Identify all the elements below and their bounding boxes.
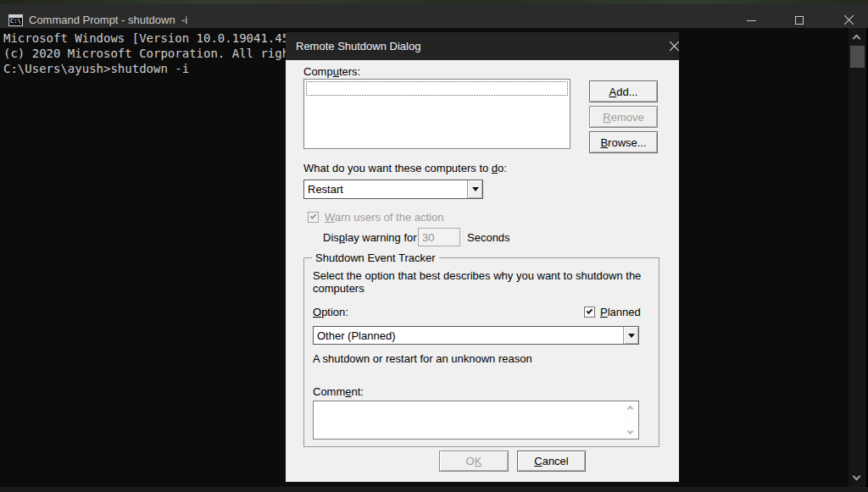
combo-dropdown-button[interactable] <box>467 180 482 198</box>
checkmark-icon <box>587 307 593 314</box>
scroll-up-icon[interactable] <box>627 406 633 412</box>
close-icon <box>669 41 680 52</box>
dialog-title: Remote Shutdown Dialog <box>296 32 420 60</box>
scroll-down-icon[interactable] <box>627 428 633 434</box>
chevron-down-icon <box>472 187 479 191</box>
scroll-down-icon[interactable] <box>853 473 861 481</box>
terminal-lines: Microsoft Windows [Version 10.0.19041.45… <box>3 30 289 76</box>
option-label: Option: <box>313 306 348 318</box>
add-button[interactable]: Add... <box>589 80 658 102</box>
scrollbar-thumb[interactable] <box>850 46 865 68</box>
group-description: Select the option that best describes wh… <box>313 269 660 295</box>
planned-checkbox[interactable] <box>584 307 595 318</box>
action-label: What do you want these computers to do: <box>303 162 507 174</box>
warn-users-checkbox <box>308 212 319 223</box>
terminal-scrollbar[interactable] <box>849 28 866 487</box>
cancel-button[interactable]: Cancel <box>517 451 586 472</box>
cmd-icon: C:\ <box>8 14 23 26</box>
maximize-icon <box>795 16 804 25</box>
remote-shutdown-dialog: Remote Shutdown Dialog Computers: Add...… <box>286 32 679 482</box>
listbox-focus-rect <box>306 81 568 96</box>
seconds-label: Seconds <box>467 231 510 244</box>
comment-scrollbar[interactable] <box>624 402 637 438</box>
chevron-down-icon <box>628 334 635 338</box>
warn-users-label: Warn users of the action <box>325 211 443 224</box>
computers-listbox[interactable] <box>303 79 570 149</box>
action-combobox[interactable]: Restart <box>303 180 483 199</box>
reason-value: Other (Planned) <box>317 327 396 344</box>
browse-button[interactable]: Browse... <box>589 131 658 153</box>
computers-label: Computers: <box>303 65 360 78</box>
minimize-icon <box>747 20 756 21</box>
reason-description: A shutdown or restart for an unknown rea… <box>313 352 532 365</box>
close-icon <box>843 14 854 25</box>
display-warning-label: Display warning for <box>323 231 417 244</box>
checkmark-icon <box>310 213 317 219</box>
dialog-titlebar[interactable]: Remote Shutdown Dialog <box>286 32 679 60</box>
taskbar[interactable] <box>0 487 868 492</box>
cmd-titlebar[interactable]: C:\ Command Prompt - shutdown -i <box>0 4 868 28</box>
combo-dropdown-button[interactable] <box>623 327 638 344</box>
ok-button: OK <box>439 451 509 472</box>
group-title: Shutdown Event Tracker <box>312 252 439 264</box>
shutdown-event-tracker-group: Shutdown Event Tracker Select the option… <box>303 257 659 447</box>
scroll-up-icon[interactable] <box>853 35 861 43</box>
comment-label: Comment: <box>313 385 364 398</box>
comment-textarea[interactable] <box>313 401 639 439</box>
screen: C:\ Command Prompt - shutdown -i Microso… <box>0 0 868 492</box>
planned-label: Planned <box>600 306 641 318</box>
action-value: Restart <box>308 180 343 198</box>
reason-combobox[interactable]: Other (Planned) <box>313 326 639 345</box>
warning-seconds-input <box>418 228 460 246</box>
remove-button: Remove <box>589 106 658 128</box>
